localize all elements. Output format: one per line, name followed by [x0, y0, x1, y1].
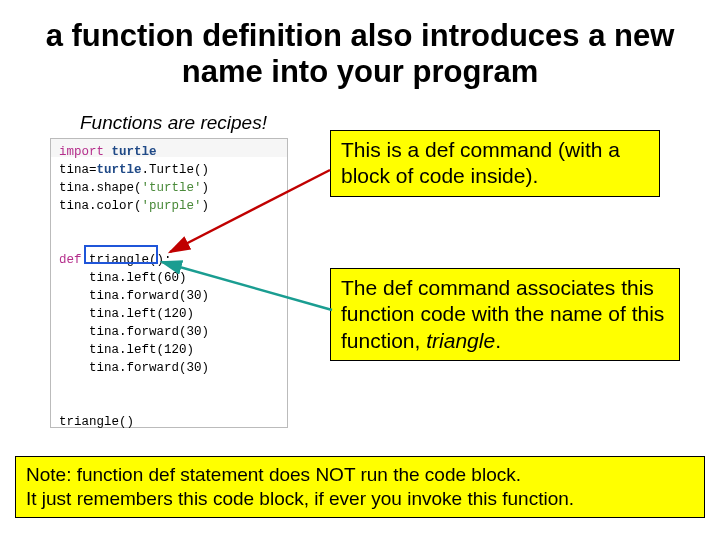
code-token: tina [89, 325, 119, 339]
code-token: triangle [59, 415, 119, 429]
code-token: 30 [187, 325, 202, 339]
code-token: left [127, 271, 157, 285]
kw-import: import [59, 145, 104, 159]
kw-def: def [59, 253, 82, 267]
note-line: It just remembers this code block, if ev… [26, 488, 574, 509]
code-token: tina [59, 163, 89, 177]
code-token: 'purple' [142, 199, 202, 213]
code-token: forward [127, 289, 180, 303]
subtitle: Functions are recipes! [80, 112, 267, 134]
code-token: tina [89, 361, 119, 375]
code-token: 120 [164, 307, 187, 321]
code-token: color [97, 199, 135, 213]
code-token: turtle [97, 163, 142, 177]
code-token: forward [127, 325, 180, 339]
bottom-note: Note: function def statement does NOT ru… [15, 456, 705, 518]
code-token: forward [127, 361, 180, 375]
code-token: tina [59, 181, 89, 195]
note-line: Note: function def statement does NOT ru… [26, 464, 521, 485]
code-token: tina [89, 289, 119, 303]
slide-title: a function definition also introduces a … [40, 18, 680, 89]
code-token: shape [97, 181, 135, 195]
code-example: import turtle tina=turtle.Turtle() tina.… [50, 138, 288, 428]
code-token: left [127, 307, 157, 321]
code-token: tina [89, 307, 119, 321]
code-token: tina [89, 271, 119, 285]
highlight-rectangle [84, 245, 158, 264]
code-token: 60 [164, 271, 179, 285]
code-token: 120 [164, 343, 187, 357]
callout-name-association: The def command associates this function… [330, 268, 680, 361]
code-token: tina [89, 343, 119, 357]
lib-name: turtle [112, 145, 157, 159]
code-token: Turtle [149, 163, 194, 177]
callout-function-name: triangle [426, 329, 495, 352]
code-token: left [127, 343, 157, 357]
code-token: 'turtle' [142, 181, 202, 195]
code-token: 30 [187, 289, 202, 303]
callout-text: . [495, 329, 501, 352]
code-token: 30 [187, 361, 202, 375]
callout-def-command: This is a def command (with a block of c… [330, 130, 660, 197]
code-token: tina [59, 199, 89, 213]
callout-text: The def command associates this function… [341, 276, 664, 352]
